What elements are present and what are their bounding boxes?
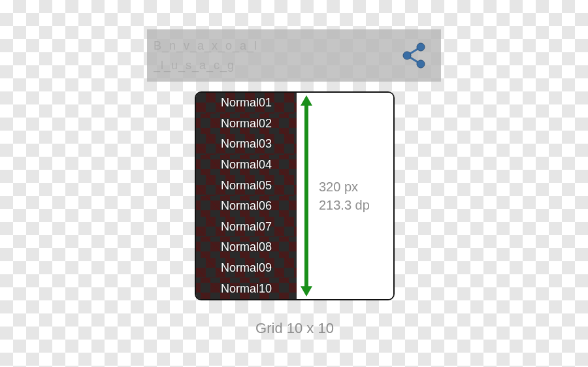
list-item-label: Normal05 xyxy=(221,179,272,193)
list-item[interactable]: Normal09 xyxy=(196,258,297,279)
header-line1: B_n_v_a_x_o_a_l xyxy=(154,36,389,56)
svg-marker-6 xyxy=(301,95,312,106)
share-icon xyxy=(399,40,429,71)
vertical-dimension-arrow-icon xyxy=(301,95,312,296)
header-line2: _l_u_s_a_c_g xyxy=(154,56,389,75)
dimension-dp: 213.3 dp xyxy=(319,196,370,214)
list-item-label: Normal10 xyxy=(221,282,272,296)
dimension-pane: 320 px 213.3 dp xyxy=(297,93,393,299)
dimension-px: 320 px xyxy=(319,178,370,196)
list-item-label: Normal04 xyxy=(221,158,272,172)
list-item-label: Normal01 xyxy=(221,96,272,110)
svg-point-4 xyxy=(403,52,411,59)
list-item[interactable]: Normal07 xyxy=(196,217,297,238)
svg-point-2 xyxy=(417,43,425,51)
dimension-label: 320 px 213.3 dp xyxy=(319,178,370,214)
list-item-label: Normal06 xyxy=(221,199,272,213)
header-faded-text: B_n_v_a_x_o_a_l _l_u_s_a_c_g xyxy=(154,36,389,75)
list-item-label: Normal08 xyxy=(221,240,272,254)
list-item[interactable]: Normal02 xyxy=(196,114,297,135)
list-item[interactable]: Normal06 xyxy=(196,196,297,217)
svg-point-3 xyxy=(417,60,425,68)
list-item-label: Normal09 xyxy=(221,261,272,275)
list-item-label: Normal07 xyxy=(221,220,272,234)
list-item-label: Normal03 xyxy=(221,137,272,151)
list-item[interactable]: Normal10 xyxy=(196,278,297,299)
list-item-label: Normal02 xyxy=(221,117,272,131)
list-item[interactable]: Normal03 xyxy=(196,134,297,155)
list-item[interactable]: Normal01 xyxy=(196,93,297,114)
header-bar: B_n_v_a_x_o_a_l _l_u_s_a_c_g xyxy=(147,29,441,82)
preview-card: Normal01 Normal02 Normal03 Normal04 Norm… xyxy=(195,91,395,300)
caption-text: Grid 10 x 10 xyxy=(195,320,395,337)
list-pane: Normal01 Normal02 Normal03 Normal04 Norm… xyxy=(196,93,297,299)
share-button[interactable] xyxy=(399,40,429,71)
svg-marker-7 xyxy=(301,286,312,296)
list-item[interactable]: Normal05 xyxy=(196,175,297,196)
list-item[interactable]: Normal08 xyxy=(196,237,297,258)
list-item[interactable]: Normal04 xyxy=(196,155,297,176)
